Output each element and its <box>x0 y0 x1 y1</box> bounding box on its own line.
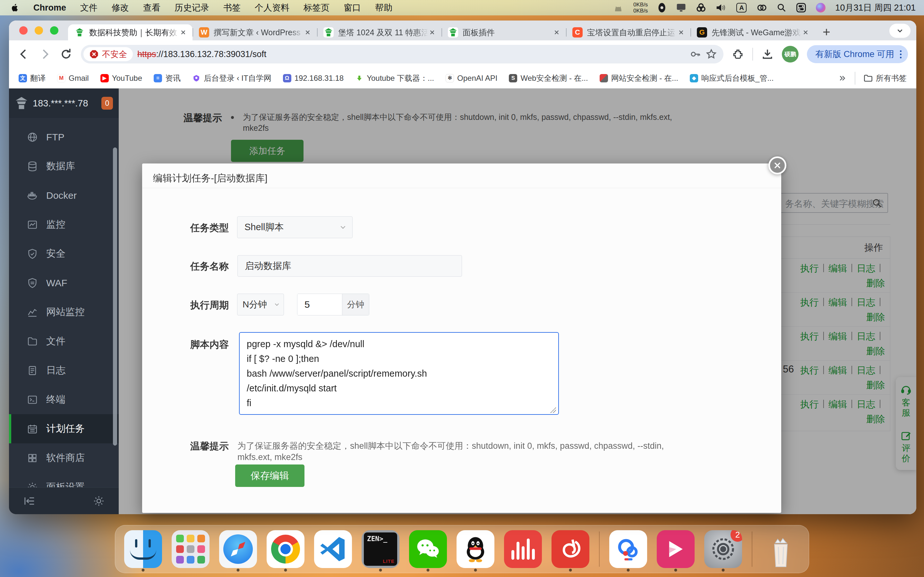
collapse-sidebar-icon[interactable] <box>23 496 36 506</box>
dock-qq[interactable] <box>457 530 494 568</box>
bookmark-openai[interactable]: ✻OpenAI API <box>446 74 497 83</box>
close-tab-icon[interactable] <box>304 28 312 37</box>
forward-button[interactable] <box>39 48 51 61</box>
sidebar-item-security[interactable]: 安全 <box>9 239 119 268</box>
dock-zen-terminal[interactable]: ZEN>_ LITE <box>362 530 399 568</box>
menubar-clock[interactable]: 10月31日 周四 21:01 <box>835 2 916 13</box>
profile-avatar[interactable]: 硕鹏 <box>782 46 798 63</box>
dock-safari[interactable] <box>219 530 257 568</box>
bookmark-gmail[interactable]: MGmail <box>57 74 89 83</box>
bookmark-youtube[interactable]: ▶YouTube <box>100 74 142 83</box>
sidebar-item-ftp[interactable]: FTP <box>9 122 119 152</box>
dock-netease-music[interactable] <box>551 530 590 568</box>
browser-menu-icon[interactable] <box>900 50 901 58</box>
apple-menu-icon[interactable] <box>11 3 19 13</box>
close-tab-icon[interactable] <box>801 28 810 37</box>
task-name-input[interactable]: 启动数据库 <box>237 255 462 277</box>
tab-baota-sponsor[interactable]: 数据科技赞助｜长期有效 <box>68 24 192 40</box>
menu-file[interactable]: 文件 <box>80 2 97 13</box>
tab-wegame[interactable]: G 先锋测试 - WeGame游戏 <box>690 24 815 40</box>
task-type-select[interactable]: Shell脚本 <box>237 216 352 238</box>
script-content-textarea[interactable]: pgrep -x mysqld &> /dev/null if [ $? -ne… <box>239 332 559 415</box>
dock-launchpad[interactable] <box>172 530 210 568</box>
dock-trash[interactable] <box>762 530 800 568</box>
sidebar-item-waf[interactable]: WAF <box>9 268 119 298</box>
sidebar-item-logs[interactable]: 日志 <box>9 356 119 385</box>
sidebar-item-cron[interactable]: 计划任务 <box>9 414 119 443</box>
chrome-update-button[interactable]: 有新版 Chrome 可用 <box>807 45 908 63</box>
address-bar[interactable]: 不安全 https://183.136.132.78:39031/soft <box>81 45 724 63</box>
tab-search-button[interactable] <box>889 24 911 38</box>
sidebar-item-monitor[interactable]: 监控 <box>9 210 119 239</box>
link-chain-icon[interactable] <box>756 3 767 13</box>
display-menu-icon[interactable] <box>676 3 686 13</box>
minimize-window-button[interactable] <box>35 26 43 35</box>
sidebar-item-appstore[interactable]: 软件商店 <box>9 443 119 472</box>
dock-pink-media-app[interactable] <box>657 530 695 568</box>
new-tab-button[interactable] <box>818 24 835 40</box>
bookmarks-overflow-icon[interactable] <box>838 74 846 82</box>
sidebar-item-docker[interactable]: Docker <box>9 181 119 210</box>
bookmark-site-security[interactable]: 网站安全检测 - 在... <box>599 73 678 83</box>
extensions-icon[interactable] <box>732 48 744 60</box>
bookmark-star-icon[interactable] <box>706 48 717 60</box>
dock-wechat[interactable] <box>409 530 447 568</box>
sidebar-item-site-monitor[interactable]: 网站监控 <box>9 298 119 327</box>
tab-baota-promo[interactable]: 堡塔 1024 及双 11 特惠活 <box>317 24 441 40</box>
downloads-icon[interactable] <box>761 48 774 60</box>
all-bookmarks-button[interactable]: 所有书签 <box>864 73 907 83</box>
settings-gear-icon[interactable] <box>93 495 105 507</box>
menu-help[interactable]: 帮助 <box>375 2 393 13</box>
modal-close-button[interactable] <box>768 156 787 174</box>
url-text[interactable]: https://183.136.132.78:39031/soft <box>137 49 685 59</box>
reload-button[interactable] <box>60 48 73 61</box>
dock-system-settings[interactable]: 2 <box>704 530 742 568</box>
menubar-app-name[interactable]: Chrome <box>33 3 66 13</box>
tab-csdn-article[interactable]: C 宝塔设置自动重启停止运 <box>566 24 690 40</box>
sidebar-item-database[interactable]: 数据库 <box>9 152 119 181</box>
cycle-type-select[interactable]: N分钟 <box>237 293 284 316</box>
bookmark-yt-downloader[interactable]: Youtube 下载器：... <box>355 73 434 83</box>
menu-view[interactable]: 查看 <box>143 2 160 13</box>
menu-edit[interactable]: 修改 <box>111 2 129 13</box>
triple-circles-icon[interactable] <box>696 3 706 13</box>
cat-statusbar-icon[interactable] <box>613 2 624 13</box>
dock-baidu-netdisk[interactable] <box>609 530 647 568</box>
dock-vscode[interactable] <box>314 530 352 568</box>
bookmark-admin-login[interactable]: 后台登录 ‹ IT自学网 <box>192 73 271 83</box>
close-tab-icon[interactable] <box>179 28 187 37</box>
cycle-number-input[interactable]: 5 <box>297 294 342 315</box>
siri-icon[interactable] <box>816 3 825 13</box>
close-tab-icon[interactable] <box>428 28 436 37</box>
zoom-window-button[interactable] <box>50 26 58 35</box>
bookmark-lan-ip[interactable]: Ω192.168.31.18 <box>283 74 344 83</box>
bookmark-translate[interactable]: 文翻译 <box>19 73 45 83</box>
bookmark-web-security[interactable]: SWeb安全检测 - 在... <box>509 73 588 83</box>
tab-panel-plugins[interactable]: 面板插件 <box>441 24 566 40</box>
spotlight-icon[interactable] <box>777 3 787 13</box>
security-chip[interactable]: 不安全 <box>83 47 133 61</box>
message-count-badge[interactable]: 0 <box>102 97 113 110</box>
sidebar-header[interactable]: 183.***.***.78 0 <box>9 89 119 118</box>
close-tab-icon[interactable] <box>677 28 685 37</box>
dock-finder[interactable] <box>124 530 162 568</box>
network-speed[interactable]: 0KB/s0KB/s <box>633 2 648 14</box>
input-method-icon[interactable]: A <box>736 3 746 13</box>
menu-history[interactable]: 历史记录 <box>174 2 209 13</box>
save-edit-button[interactable]: 保存编辑 <box>235 464 304 487</box>
sidebar-scrollbar[interactable] <box>113 147 117 446</box>
close-window-button[interactable] <box>19 26 27 35</box>
close-tab-icon[interactable] <box>552 28 561 37</box>
textarea-resize-handle[interactable] <box>550 407 556 413</box>
sidebar-item-files[interactable]: 文件 <box>9 327 119 356</box>
password-manager-icon[interactable] <box>657 3 666 13</box>
menu-bookmarks[interactable]: 书签 <box>223 2 241 13</box>
bookmark-admin-template[interactable]: ◆响应式后台模板_管... <box>690 73 774 83</box>
sidebar-item-terminal[interactable]: 终端 <box>9 385 119 414</box>
dock-music-app[interactable] <box>504 530 542 568</box>
control-center-icon[interactable] <box>796 3 806 13</box>
dock-chrome[interactable] <box>267 530 304 568</box>
volume-icon[interactable] <box>716 3 727 13</box>
back-button[interactable] <box>17 48 30 61</box>
tab-wordpress[interactable]: W 撰写新文章 ‹ WordPress <box>192 24 317 40</box>
